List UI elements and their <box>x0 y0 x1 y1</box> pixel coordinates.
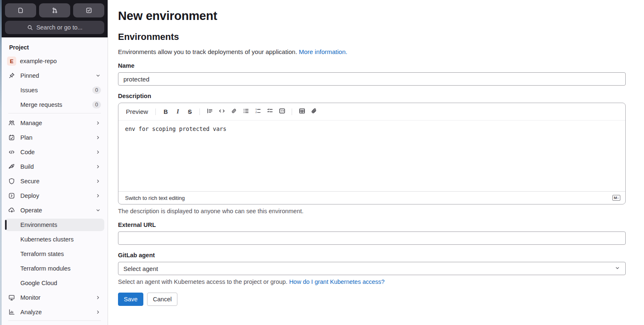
chevron-right-icon <box>95 120 101 126</box>
chevron-right-icon <box>95 135 101 140</box>
external-url-label: External URL <box>118 222 626 228</box>
environments-section-title: Environments <box>118 32 626 42</box>
environments-label: Environments <box>20 222 57 228</box>
merge-requests-shortcut-button[interactable] <box>39 3 70 17</box>
more-information-link[interactable]: More information. <box>299 48 347 55</box>
users-icon <box>8 120 15 126</box>
strikethrough-icon: S <box>188 108 192 115</box>
project-avatar: E <box>7 57 16 66</box>
kubernetes-clusters-label: Kubernetes clusters <box>20 236 74 243</box>
bold-button[interactable]: B <box>160 106 171 117</box>
collapsible-section-icon <box>279 108 285 116</box>
bullet-list-icon <box>243 108 249 116</box>
app-window: Search or go to... Project E example-rep… <box>0 0 644 325</box>
sidebar-item-operate[interactable]: Operate <box>5 204 104 217</box>
description-label: Description <box>118 93 626 99</box>
task-list-button[interactable] <box>264 106 275 117</box>
chevron-right-icon <box>95 193 101 199</box>
terraform-modules-label: Terraform modules <box>20 265 71 272</box>
agent-select[interactable]: Select agent <box>118 262 626 275</box>
attach-file-button[interactable] <box>308 106 320 117</box>
sidebar-item-kubernetes-clusters[interactable]: Kubernetes clusters <box>5 233 104 246</box>
search-bar[interactable]: Search or go to... <box>5 21 104 34</box>
chevron-down-icon <box>615 265 620 272</box>
pinned-label: Pinned <box>20 72 39 79</box>
agent-help-text: Select an agent with Kubernetes access t… <box>118 278 626 285</box>
save-button[interactable]: Save <box>118 293 143 306</box>
task-list-icon <box>267 108 273 116</box>
chevron-down-icon <box>95 73 101 79</box>
agent-select-value: Select agent <box>123 265 158 272</box>
sidebar-shortcuts <box>5 3 104 17</box>
sidebar: Search or go to... Project E example-rep… <box>2 0 108 325</box>
sidebar-item-issues[interactable]: Issues 0 <box>5 84 104 96</box>
cancel-button[interactable]: Cancel <box>147 293 177 306</box>
sidebar-item-plan[interactable]: Plan <box>5 131 104 144</box>
name-input[interactable] <box>118 72 626 86</box>
collapsible-section-button[interactable] <box>276 106 288 117</box>
sidebar-item-code[interactable]: Code <box>5 146 104 158</box>
italic-button[interactable]: I <box>172 106 183 117</box>
sidebar-item-monitor[interactable]: Monitor <box>5 291 104 304</box>
search-placeholder: Search or go to... <box>36 24 82 31</box>
sidebar-item-secure[interactable]: Secure <box>5 175 104 187</box>
table-button[interactable] <box>296 106 307 117</box>
main-content: New environment Environments Environment… <box>108 0 644 325</box>
todo-shortcut-button[interactable] <box>73 3 104 17</box>
issues-shortcut-button[interactable] <box>5 3 36 17</box>
pin-icon <box>8 72 15 79</box>
merge-requests-count-badge: 0 <box>92 101 101 108</box>
sidebar-item-terraform-modules[interactable]: Terraform modules <box>5 262 104 275</box>
terraform-states-label: Terraform states <box>20 251 64 257</box>
kubernetes-access-link[interactable]: How do I grant Kubernetes access? <box>289 278 385 285</box>
code-button[interactable] <box>216 106 227 117</box>
analyze-label: Analyze <box>20 309 42 315</box>
numbered-list-button[interactable]: 12 <box>252 106 263 117</box>
external-url-input[interactable] <box>118 231 626 245</box>
google-cloud-label: Google Cloud <box>20 280 57 286</box>
monitor-icon <box>8 294 15 301</box>
sidebar-item-build[interactable]: Build <box>5 160 104 173</box>
todo-check-icon <box>86 7 92 14</box>
switch-rich-text-link[interactable]: Switch to rich text editing <box>125 195 185 201</box>
markdown-icon: M↓ <box>612 195 620 201</box>
toolbar-separator <box>155 108 156 115</box>
calendar-icon <box>8 134 15 141</box>
table-icon <box>299 108 305 116</box>
sidebar-item-terraform-states[interactable]: Terraform states <box>5 248 104 260</box>
plan-label: Plan <box>20 134 32 141</box>
sidebar-item-project[interactable]: E example-repo <box>5 55 104 67</box>
rocket-icon <box>8 163 15 170</box>
strikethrough-button[interactable]: S <box>184 106 195 117</box>
sidebar-item-manage[interactable]: Manage <box>5 117 104 129</box>
preview-tab[interactable]: Preview <box>126 108 148 115</box>
bullet-list-button[interactable] <box>240 106 251 117</box>
project-name: example-repo <box>20 58 57 64</box>
toolbar-separator <box>292 108 292 115</box>
link-button[interactable] <box>228 106 239 117</box>
page-title: New environment <box>118 9 626 23</box>
chevron-right-icon <box>95 178 101 184</box>
build-label: Build <box>20 163 34 170</box>
editor-footer: Switch to rich text editing M↓ <box>118 191 625 204</box>
chevron-right-icon <box>95 309 101 315</box>
issues-icon <box>17 7 24 14</box>
monitor-label: Monitor <box>20 294 40 301</box>
sidebar-item-google-cloud[interactable]: Google Cloud <box>5 277 104 289</box>
code-icon <box>8 149 15 155</box>
issues-label: Issues <box>20 87 38 94</box>
cloud-gear-icon <box>8 207 15 214</box>
operate-label: Operate <box>20 207 42 214</box>
svg-text:2: 2 <box>256 111 257 113</box>
deploy-label: Deploy <box>20 192 39 199</box>
sidebar-item-merge-requests[interactable]: Merge requests 0 <box>5 98 104 111</box>
sidebar-item-environments[interactable]: Environments <box>5 219 104 231</box>
sidebar-item-pinned[interactable]: Pinned <box>5 69 104 82</box>
description-textarea[interactable]: env for scoping protected vars <box>118 121 625 191</box>
quote-icon <box>206 108 213 116</box>
sidebar-item-analyze[interactable]: Analyze <box>5 306 104 318</box>
sidebar-item-deploy[interactable]: Deploy <box>5 190 104 202</box>
merge-requests-label: Merge requests <box>20 101 62 108</box>
bold-icon: B <box>164 108 168 115</box>
quote-button[interactable] <box>204 106 215 117</box>
